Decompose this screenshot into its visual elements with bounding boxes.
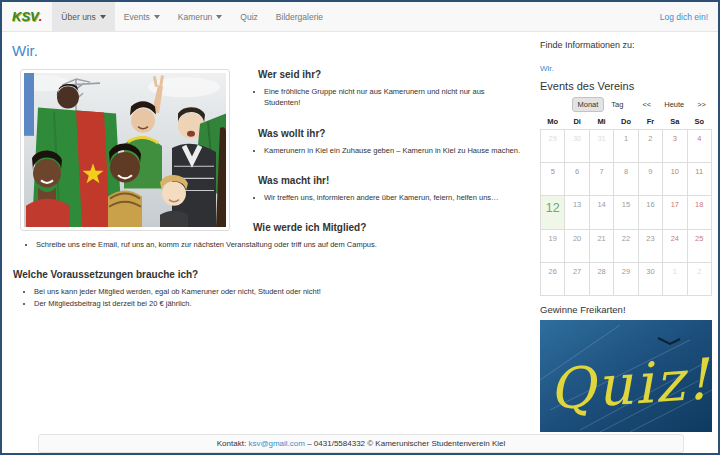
calendar-day-cell[interactable]: 29 xyxy=(614,263,638,296)
content-row: Wir. xyxy=(2,32,718,432)
calendar-day-cell[interactable]: 16 xyxy=(638,196,662,230)
calendar-day-header-mi: Mi xyxy=(589,117,613,130)
content-section-was-wollt-ihr: Was wollt ihr?Kamerunern in Kiel ein Zuh… xyxy=(258,128,520,156)
section-heading: Welche Voraussetzungen brauche ich? xyxy=(13,269,540,280)
nav-menu: Über unsEventsKamerunQuizBildergalerie xyxy=(52,2,332,31)
group-photo-illustration xyxy=(24,73,226,227)
section-bullets: Schreibe uns eine Email, ruf uns an, kom… xyxy=(10,239,540,250)
content-section-was-macht-ihr: Was macht ihr!Wir treffen uns, informier… xyxy=(258,175,520,203)
caret-down-icon xyxy=(100,15,106,19)
calendar-day-header-di: Di xyxy=(565,117,589,130)
calendar-day-cell[interactable]: 7 xyxy=(589,163,613,196)
calendar-grid: 2930311234567891011121314151617181920212… xyxy=(541,130,712,296)
calendar-view-tag-button[interactable]: Tag xyxy=(605,97,629,112)
calendar-day-cell[interactable]: 15 xyxy=(614,196,638,230)
calendar-day-cell[interactable]: 27 xyxy=(565,263,589,296)
footer: Kontakt: ksv@gmail.com – 0431/5584332 © … xyxy=(38,434,684,453)
calendar-day-cell[interactable]: 19 xyxy=(541,230,565,263)
calendar-week-row: 567891011 xyxy=(541,163,712,196)
nav-item-bildergalerie[interactable]: Bildergalerie xyxy=(267,2,332,31)
calendar-day-cell[interactable]: 30 xyxy=(565,130,589,163)
calendar-view-monat-button[interactable]: Monat xyxy=(572,97,605,112)
calendar-day-header-so: So xyxy=(687,117,711,130)
calendar-day-cell[interactable]: 26 xyxy=(541,263,565,296)
calendar-day-cell[interactable]: 10 xyxy=(663,163,687,196)
brand-text: KSV xyxy=(12,9,39,24)
calendar-day-cell[interactable]: 8 xyxy=(614,163,638,196)
sections-beside-photo: Wer seid ihr?Eine fröhliche Gruppe nicht… xyxy=(258,69,520,203)
calendar-day-cell[interactable]: 3 xyxy=(663,130,687,163)
calendar-day-header-fr: Fr xyxy=(638,117,662,130)
bullet-item: Kamerunern in Kiel ein Zuhause geben – K… xyxy=(264,145,520,156)
calendar-day-cell[interactable]: 21 xyxy=(589,230,613,263)
calendar-day-cell[interactable]: 14 xyxy=(589,196,613,230)
calendar-day-cell[interactable]: 9 xyxy=(638,163,662,196)
calendar-day-cell[interactable]: 31 xyxy=(589,130,613,163)
calendar-day-cell[interactable]: 6 xyxy=(565,163,589,196)
calendar-day-header-do: Do xyxy=(614,117,638,130)
page-title: Wir. xyxy=(12,42,540,59)
login-link[interactable]: Log dich ein! xyxy=(650,2,718,31)
section-heading: Wer seid ihr? xyxy=(258,69,520,80)
calendar-day-cell[interactable]: 28 xyxy=(589,263,613,296)
calendar-week-row: 19202122232425 xyxy=(541,230,712,263)
calendar-day-cell[interactable]: 24 xyxy=(663,230,687,263)
footer-contact-label: Kontakt: xyxy=(217,439,246,448)
calendar-prev-button[interactable]: << xyxy=(636,97,657,112)
quiz-banner[interactable]: Quiz! xyxy=(540,320,712,432)
section-bullets: Bei uns kann jeder Mitglied werden, egal… xyxy=(10,286,540,309)
calendar: MoDiMiDoFrSaSo 2930311234567891011121314… xyxy=(540,117,712,296)
calendar-day-cell[interactable]: 18 xyxy=(687,196,711,230)
calendar-week-row: 2930311234 xyxy=(541,130,712,163)
calendar-day-cell[interactable]: 29 xyxy=(541,130,565,163)
calendar-day-cell[interactable]: 17 xyxy=(663,196,687,230)
calendar-day-cell[interactable]: 23 xyxy=(638,230,662,263)
calendar-day-cell[interactable]: 11 xyxy=(687,163,711,196)
nav-item-ber-uns[interactable]: Über uns xyxy=(52,2,115,31)
find-info-title: Finde Informationen zu: xyxy=(540,40,712,50)
section-heading: Was wollt ihr? xyxy=(258,128,520,139)
calendar-today-button[interactable]: Heute xyxy=(658,97,690,112)
calendar-day-header-mo: Mo xyxy=(541,117,565,130)
section-bullets: Eine fröhliche Gruppe nicht nur aus Kame… xyxy=(258,86,520,109)
events-title: Events des Vereins xyxy=(540,80,712,92)
section-heading: Was macht ihr! xyxy=(258,175,520,186)
nav-item-events[interactable]: Events xyxy=(115,2,169,31)
calendar-day-cell[interactable]: 1 xyxy=(614,130,638,163)
calendar-day-cell[interactable]: 13 xyxy=(565,196,589,230)
calendar-day-cell[interactable]: 25 xyxy=(687,230,711,263)
find-info-link-wir[interactable]: Wir. xyxy=(540,64,554,73)
calendar-day-cell[interactable]: 4 xyxy=(687,130,711,163)
calendar-day-cell[interactable]: 1 xyxy=(663,263,687,296)
calendar-week-row: 262728293012 xyxy=(541,263,712,296)
sidebar: Finde Informationen zu: Wir. Events des … xyxy=(540,32,712,432)
calendar-day-cell[interactable]: 20 xyxy=(565,230,589,263)
group-photo xyxy=(20,69,230,231)
brand-dot: . xyxy=(39,9,43,24)
quiz-banner-image: Quiz! xyxy=(540,320,712,432)
calendar-day-cell[interactable]: 5 xyxy=(541,163,565,196)
bullet-item: Bei uns kann jeder Mitglied werden, egal… xyxy=(34,286,540,297)
nav-item-label: Über uns xyxy=(61,12,96,22)
nav-item-quiz[interactable]: Quiz xyxy=(231,2,266,31)
calendar-day-cell[interactable]: 2 xyxy=(687,263,711,296)
navbar: KSV. Über unsEventsKamerunQuizBildergale… xyxy=(2,2,718,32)
calendar-day-cell[interactable]: 2 xyxy=(638,130,662,163)
calendar-day-cell[interactable]: 30 xyxy=(638,263,662,296)
footer-info-text: – 0431/5584332 © Kamerunischer Studenten… xyxy=(307,439,505,448)
page: KSV. Über unsEventsKamerunQuizBildergale… xyxy=(0,0,720,455)
calendar-next-button[interactable]: >> xyxy=(691,97,712,112)
quiz-text: Quiz! xyxy=(547,346,712,422)
nav-item-kamerun[interactable]: Kamerun xyxy=(169,2,232,31)
calendar-day-headers: MoDiMiDoFrSaSo xyxy=(541,117,712,130)
section-bullets: Kamerunern in Kiel ein Zuhause geben – K… xyxy=(258,145,520,156)
footer-email-link[interactable]: ksv@gmail.com xyxy=(248,439,305,448)
section-heading: Wie werde ich Mitglied? xyxy=(253,222,540,233)
calendar-day-header-sa: Sa xyxy=(663,117,687,130)
bullet-item: Eine fröhliche Gruppe nicht nur aus Kame… xyxy=(264,86,520,109)
content-section-welche-voraussetzungen-brauche-ich: Welche Voraussetzungen brauche ich?Bei u… xyxy=(10,269,540,309)
calendar-day-cell[interactable]: 12 xyxy=(541,196,565,230)
bullet-item: Wir treffen uns, informieren andere über… xyxy=(264,192,520,203)
calendar-day-cell[interactable]: 22 xyxy=(614,230,638,263)
brand-logo[interactable]: KSV. xyxy=(2,2,52,31)
